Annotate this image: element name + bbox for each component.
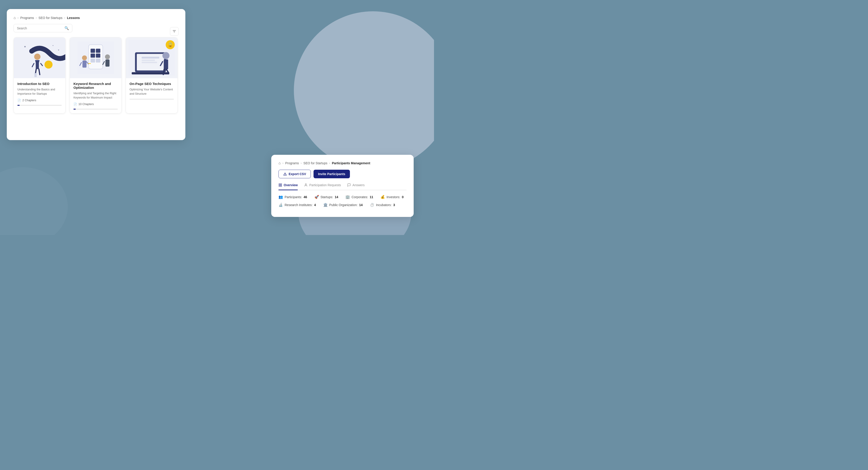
answers-icon: [347, 183, 351, 187]
svg-rect-47: [281, 185, 282, 186]
participants-home-icon[interactable]: ⌂: [278, 161, 281, 165]
incubators-value: 3: [393, 203, 395, 207]
participants-icon: 👥: [278, 195, 283, 199]
research-value: 4: [314, 203, 316, 207]
card-desc-intro-seo: Understanding the Basics and Importance …: [18, 88, 62, 96]
svg-rect-20: [96, 54, 100, 58]
svg-rect-11: [34, 73, 37, 77]
card-desc-keyword: Identifying and Targeting the Right Keyw…: [73, 91, 118, 100]
p-breadcrumb-sep-2: ›: [301, 162, 302, 165]
stat-incubators: ⏱️ Incubators: 3: [370, 203, 395, 207]
svg-rect-6: [36, 60, 39, 69]
svg-rect-36: [142, 62, 157, 63]
lesson-card-intro-seo[interactable]: Introduction to SEO Understanding the Ba…: [13, 37, 66, 114]
svg-rect-45: [281, 184, 282, 185]
p-breadcrumb-current: Participants Management: [332, 161, 370, 165]
action-buttons: Export CSV Invite Participants: [278, 170, 406, 178]
research-icon: 🔬: [278, 203, 283, 207]
incubators-icon: ⏱️: [370, 203, 374, 207]
breadcrumb-current: Lessons: [67, 16, 80, 20]
investors-icon: 💰: [380, 195, 385, 199]
stat-corporates: 🏢 Corporates: 11: [345, 195, 373, 199]
svg-rect-17: [90, 49, 95, 53]
public-org-icon: 🏛️: [323, 203, 328, 207]
svg-point-48: [305, 184, 307, 185]
invite-participants-button[interactable]: Invite Participants: [313, 170, 350, 178]
card-progress-fill-intro-seo: [18, 105, 20, 106]
startups-icon: 🚀: [314, 195, 319, 199]
search-icon[interactable]: 🔍: [64, 26, 69, 30]
svg-point-23: [82, 55, 87, 60]
breadcrumb-programs[interactable]: Programs: [20, 16, 34, 20]
breadcrumb: ⌂ › Programs › SEO for Startups › Lesson…: [13, 16, 179, 20]
card-progress-keyword: [73, 109, 118, 109]
p-breadcrumb-sep-1: ›: [283, 162, 283, 165]
svg-rect-19: [90, 54, 95, 58]
corporates-icon: 🏢: [345, 195, 350, 199]
public-org-value: 14: [359, 203, 363, 207]
card-desc-onpage: Optimizing Your Website's Content and St…: [129, 88, 174, 96]
tab-participation-requests[interactable]: Participation Requests: [304, 183, 341, 190]
main-wrapper: ⌂ › Programs › SEO for Startups › Lesson…: [7, 9, 427, 226]
breadcrumb-sep-1: ›: [18, 16, 19, 20]
card-image-intro-seo: [14, 37, 65, 78]
svg-point-38: [162, 52, 169, 59]
card-image-keyword: [70, 37, 121, 78]
card-title-intro-seo: Introduction to SEO: [18, 82, 62, 86]
stats-row-1: 👥 Participants: 46 🚀 Startups: 14 🏢 Corp…: [278, 195, 406, 199]
tabs: Overview Participation Requests Answers: [278, 183, 406, 190]
document-icon-1: 📄: [18, 99, 21, 102]
search-bar[interactable]: 🔍: [13, 24, 72, 32]
lock-badge: 🔒: [166, 40, 175, 49]
stat-participants: 👥 Participants: 46: [278, 195, 307, 199]
svg-line-41: [163, 69, 164, 74]
breadcrumb-sep-3: ›: [64, 16, 65, 20]
p-breadcrumb-programs[interactable]: Programs: [285, 161, 299, 165]
filter-button[interactable]: [170, 27, 179, 36]
participants-value: 46: [304, 195, 307, 199]
stat-research: 🔬 Research Institutes: 4: [278, 203, 316, 207]
card-chapters-intro-seo: 📄 2 Chapters: [18, 99, 62, 102]
tab-overview[interactable]: Overview: [278, 183, 298, 190]
participants-panel: ⌂ › Programs › SEO for Startups › Partic…: [271, 155, 414, 217]
tab-answers[interactable]: Answers: [347, 183, 365, 190]
lesson-card-onpage[interactable]: 🔒: [126, 37, 178, 114]
export-csv-button[interactable]: Export CSV: [278, 170, 311, 178]
home-icon[interactable]: ⌂: [13, 16, 16, 20]
svg-point-14: [58, 50, 59, 51]
stats-row-2: 🔬 Research Institutes: 4 🏛️ Public Organ…: [278, 203, 406, 207]
svg-point-5: [34, 54, 40, 60]
p-breadcrumb-seo[interactable]: SEO for Startups: [303, 161, 327, 165]
requests-icon: [304, 183, 308, 187]
p-breadcrumb-sep-3: ›: [329, 162, 330, 165]
investors-value: 0: [402, 195, 404, 199]
document-icon-2: 📄: [73, 102, 77, 106]
svg-rect-44: [279, 184, 280, 185]
svg-point-13: [53, 45, 53, 46]
svg-rect-18: [96, 49, 100, 53]
overview-icon: [278, 183, 282, 187]
svg-rect-28: [105, 59, 110, 67]
card-progress-intro-seo: [18, 105, 62, 106]
card-progress-fill-keyword: [73, 109, 76, 109]
search-input[interactable]: [17, 26, 63, 30]
download-icon: [283, 172, 287, 176]
card-body-intro-seo: Introduction to SEO Understanding the Ba…: [14, 78, 65, 109]
breadcrumb-seo[interactable]: SEO for Startups: [38, 16, 62, 20]
svg-point-4: [44, 61, 53, 69]
cards-grid: Introduction to SEO Understanding the Ba…: [13, 37, 179, 114]
card-chapters-keyword: 📄 10 Chapters: [73, 102, 118, 106]
svg-rect-35: [142, 60, 155, 61]
lessons-panel: ⌂ › Programs › SEO for Startups › Lesson…: [7, 9, 185, 140]
svg-point-27: [105, 55, 110, 59]
participants-breadcrumb: ⌂ › Programs › SEO for Startups › Partic…: [278, 161, 406, 165]
breadcrumb-sep-2: ›: [36, 16, 37, 20]
svg-point-12: [24, 46, 26, 47]
lesson-card-keyword[interactable]: Keyword Research and Optimization Identi…: [70, 37, 122, 114]
card-progress-onpage: [129, 99, 174, 100]
stat-investors: 💰 Investors: 0: [380, 195, 404, 199]
svg-rect-24: [82, 61, 86, 68]
card-title-keyword: Keyword Research and Optimization: [73, 82, 118, 90]
card-body-onpage: On-Page SEO Techniques Optimizing Your W…: [126, 78, 178, 103]
svg-rect-39: [164, 59, 168, 69]
